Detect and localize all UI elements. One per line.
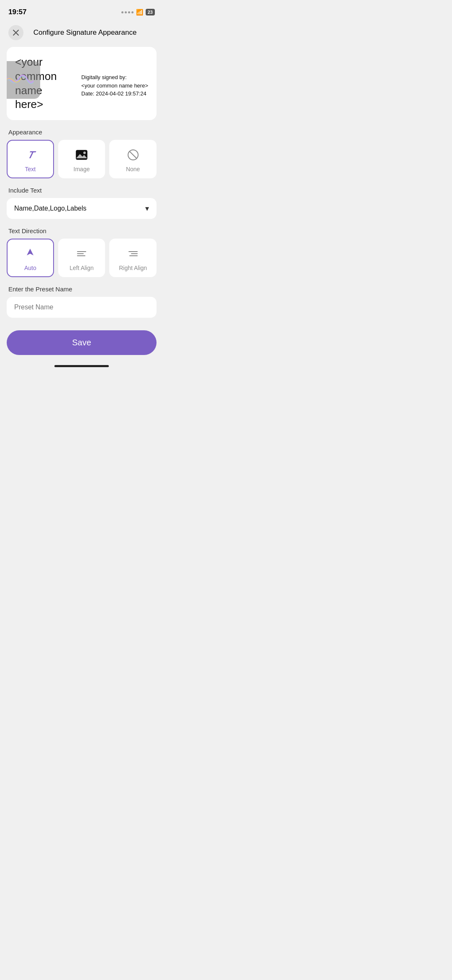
appearance-label: Appearance (0, 129, 163, 136)
save-button[interactable]: Save (7, 330, 157, 355)
include-text-label: Include Text (0, 187, 163, 194)
direction-right-button[interactable]: Right Align (109, 239, 157, 277)
signature-wave-icon (7, 74, 34, 86)
include-text-dropdown-wrap: Name,Date,Logo,Labels ▾ (0, 198, 163, 219)
image-appearance-icon (74, 147, 89, 162)
none-appearance-icon (126, 147, 141, 162)
home-bar (54, 365, 109, 367)
signature-stamp (7, 61, 40, 99)
close-button[interactable] (8, 25, 23, 40)
status-bar: 19:57 📶 23 (0, 0, 163, 21)
page-header: Configure Signature Appearance (0, 21, 163, 47)
svg-point-2 (83, 152, 86, 154)
svg-line-4 (130, 152, 136, 158)
home-indicator (0, 365, 163, 371)
dropdown-arrow-icon: ▾ (145, 204, 149, 213)
direction-auto-label: Auto (24, 265, 36, 271)
appearance-options: 𝘛 Text Image None (0, 140, 163, 178)
appearance-image-label: Image (74, 166, 90, 172)
common-name-label: <your common name here> (81, 82, 148, 90)
text-direction-options: Auto Left Align Right Align (0, 239, 163, 277)
preset-name-input-wrap (0, 297, 163, 318)
status-icons: 📶 23 (121, 9, 155, 15)
svg-marker-5 (27, 249, 33, 255)
signature-preview: <your common name here> Digitally signed… (7, 47, 157, 120)
preset-name-label: Enter the Preset Name (0, 286, 163, 293)
left-align-icon (74, 246, 89, 261)
appearance-image-button[interactable]: Image (58, 140, 105, 178)
text-appearance-icon: 𝘛 (23, 147, 38, 162)
direction-right-label: Right Align (119, 265, 147, 271)
text-direction-label: Text Direction (0, 227, 163, 234)
battery-icon: 23 (146, 9, 155, 15)
signal-icon (121, 11, 134, 13)
preset-name-input[interactable] (7, 297, 157, 318)
right-align-icon (126, 246, 141, 261)
date-label: Date: 2024-04-02 19:57:24 (81, 90, 148, 98)
close-icon (13, 29, 19, 36)
auto-direction-icon (23, 246, 38, 261)
wifi-icon: 📶 (136, 9, 143, 15)
page-title: Configure Signature Appearance (30, 28, 155, 37)
include-text-value: Name,Date,Logo,Labels (14, 205, 87, 212)
appearance-text-button[interactable]: 𝘛 Text (7, 140, 54, 178)
direction-auto-button[interactable]: Auto (7, 239, 54, 277)
appearance-none-label: None (126, 166, 140, 172)
digitally-signed-label: Digitally signed by: (81, 73, 148, 82)
save-button-wrap: Save (0, 330, 163, 355)
direction-left-label: Left Align (69, 265, 94, 271)
direction-left-button[interactable]: Left Align (58, 239, 105, 277)
include-text-dropdown[interactable]: Name,Date,Logo,Labels ▾ (7, 198, 157, 219)
status-time: 19:57 (8, 8, 26, 16)
signature-text-info: Digitally signed by: <your common name h… (81, 69, 148, 98)
appearance-text-label: Text (25, 166, 36, 172)
appearance-none-button[interactable]: None (109, 140, 157, 178)
